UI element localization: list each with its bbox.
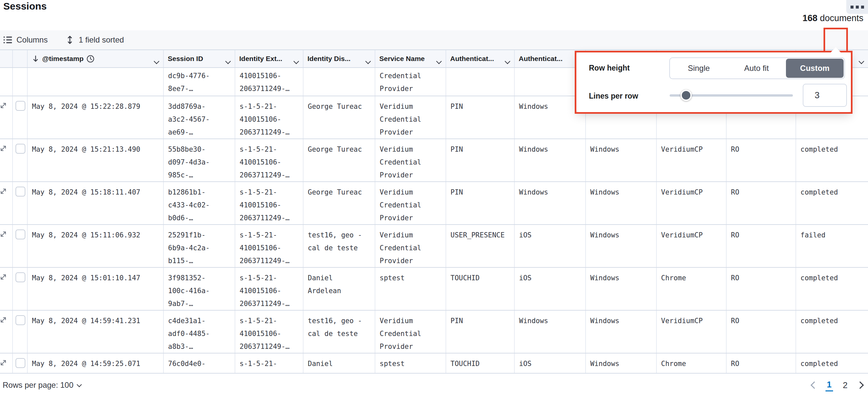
expand-document-icon[interactable] <box>0 144 12 152</box>
header-control-cell <box>13 50 28 67</box>
cell-auth_method: PIN <box>446 96 515 139</box>
cell-auth_method: PIN <box>446 139 515 181</box>
cell-line: 2063711249-… <box>240 340 299 353</box>
expand-document-icon[interactable] <box>0 273 12 281</box>
row-checkbox[interactable] <box>16 272 25 282</box>
cell-line: May 8, 2024 @ 15:18:11.407 <box>32 186 159 199</box>
cell-auth_os: Windows <box>515 182 586 224</box>
column-header-identity_dis[interactable]: Identity Dis... <box>304 50 375 67</box>
lines-per-row-input[interactable]: 3 <box>803 84 847 107</box>
cell-line: 92c3-4dbf- <box>168 370 231 373</box>
row-checkbox[interactable] <box>16 315 25 325</box>
expand-document-icon[interactable] <box>0 102 12 110</box>
column-header-timestamp[interactable]: @timestamp <box>28 50 164 67</box>
panel-options-handle[interactable] <box>846 0 868 14</box>
column-header-label: Session ID <box>168 55 203 63</box>
cell-identity_ext: s-1-5-21-410015106-2063711249-… <box>235 182 304 224</box>
expand-cell <box>0 139 13 181</box>
row-checkbox[interactable] <box>16 187 25 197</box>
column-header-service_name[interactable]: Service Name <box>375 50 446 67</box>
cell-line: 8ee7-… <box>168 82 231 95</box>
cell-line: Provider <box>380 169 441 181</box>
cell-line: 2063711249-… <box>240 212 299 224</box>
column-actions-button[interactable] <box>226 57 230 65</box>
next-page-icon[interactable] <box>857 381 864 389</box>
cell-line: Credential <box>380 199 441 212</box>
column-header-auth_method[interactable]: Authenticat... <box>446 50 515 67</box>
cell-identity_dis: George Tureac <box>304 139 375 181</box>
chevron-down-icon <box>505 59 510 64</box>
sort-descending-icon <box>32 55 39 63</box>
slider-thumb[interactable] <box>681 90 692 101</box>
cell-line: cal de teste <box>308 242 371 255</box>
expand-document-icon[interactable] <box>0 230 12 238</box>
cell-session_id: 25291f1b-6b9a-4c2a-b115-… <box>164 225 235 267</box>
cell-auth_method <box>446 68 515 95</box>
row-checkbox[interactable] <box>16 358 25 368</box>
cell-line: s-1-5-21- <box>240 229 299 242</box>
cell-line: George Tureac <box>308 186 371 199</box>
column-actions-button[interactable] <box>505 57 509 65</box>
cell-hidden_2: VeridiumCP <box>657 225 726 267</box>
page-number-2[interactable]: 2 <box>842 379 849 391</box>
lines-per-row-label: Lines per row <box>589 92 638 101</box>
row-height-option-single[interactable]: Single <box>670 58 727 79</box>
previous-page-icon[interactable] <box>811 381 818 389</box>
expand-document-icon[interactable] <box>0 316 12 324</box>
chevron-down-icon <box>77 382 82 387</box>
column-header-identity_ext[interactable]: Identity Ext... <box>235 50 304 67</box>
cell-line: Veridium <box>380 186 441 199</box>
cell-identity_dis: DanielArdelean <box>304 268 375 310</box>
column-header-auth_os[interactable]: Authenticat... <box>515 50 586 67</box>
rows-per-page-label: Rows per page: 100 <box>3 380 73 390</box>
expand-cell <box>0 268 13 310</box>
cell-line: completed <box>801 358 864 370</box>
expand-document-icon[interactable] <box>0 187 12 195</box>
column-actions-button[interactable] <box>860 57 863 65</box>
cell-line: c433-4c02- <box>168 199 231 212</box>
cell-line: 410015106- <box>240 113 299 126</box>
column-actions-button[interactable] <box>366 57 370 65</box>
expand-cell <box>0 353 13 373</box>
cell-identity_ext: s-1-5-21-410015106-2063711249-… <box>235 139 304 181</box>
row-height-option-auto-fit[interactable]: Auto fit <box>727 58 785 79</box>
cell-line: s-1-5-21- <box>240 100 299 113</box>
cell-service_name: VeridiumCredentialProvider <box>375 139 446 181</box>
expand-cell <box>0 182 13 224</box>
cell-line: Windows <box>519 315 581 328</box>
clock-icon <box>86 55 95 63</box>
cell-line: completed <box>801 272 864 285</box>
cell-line: 55b8be30- <box>168 143 231 156</box>
column-header-session_id[interactable]: Session ID <box>164 50 235 67</box>
column-actions-button[interactable] <box>155 57 158 65</box>
cell-identity_ext: s-1-5-21-410015106-2063711249-… <box>235 311 304 353</box>
columns-button[interactable]: Columns <box>3 35 48 45</box>
cell-auth_method: TOUCHID <box>446 268 515 310</box>
column-actions-button[interactable] <box>294 57 298 65</box>
document-count-number: 168 <box>802 13 817 23</box>
chevron-down-icon <box>225 59 231 64</box>
row-checkbox[interactable] <box>16 229 25 239</box>
cell-identity_dis: George Tureac <box>304 96 375 139</box>
cell-hidden_4: completed <box>796 353 868 373</box>
row-height-option-custom[interactable]: Custom <box>786 59 844 78</box>
cell-line: PIN <box>451 100 510 113</box>
row-checkbox[interactable] <box>16 144 25 154</box>
column-actions-button[interactable] <box>437 57 441 65</box>
cell-line: VeridiumCP <box>661 143 722 156</box>
cell-identity_dis: test16, geo -cal de teste <box>304 311 375 353</box>
cell-identity_dis: test16, geo -cal de teste <box>304 225 375 267</box>
row-checkbox[interactable] <box>16 101 25 111</box>
cell-session_id: dc9b-4776-8ee7-… <box>164 68 235 95</box>
cell-line: Windows <box>519 100 581 113</box>
cell-line: 410015106- <box>240 328 299 340</box>
cell-line: Veridium <box>380 143 441 156</box>
rows-per-page-button[interactable]: Rows per page: 100 <box>3 374 81 397</box>
page-number-1[interactable]: 1 <box>826 379 833 391</box>
expand-document-icon[interactable] <box>0 359 12 367</box>
sort-fields-button[interactable]: 1 field sorted <box>65 35 124 45</box>
cell-line: s-1-5-21- <box>240 272 299 285</box>
cell-line: sptest <box>380 272 441 285</box>
cell-line: Veridium <box>380 100 441 113</box>
cell-line: Credential <box>380 242 441 255</box>
